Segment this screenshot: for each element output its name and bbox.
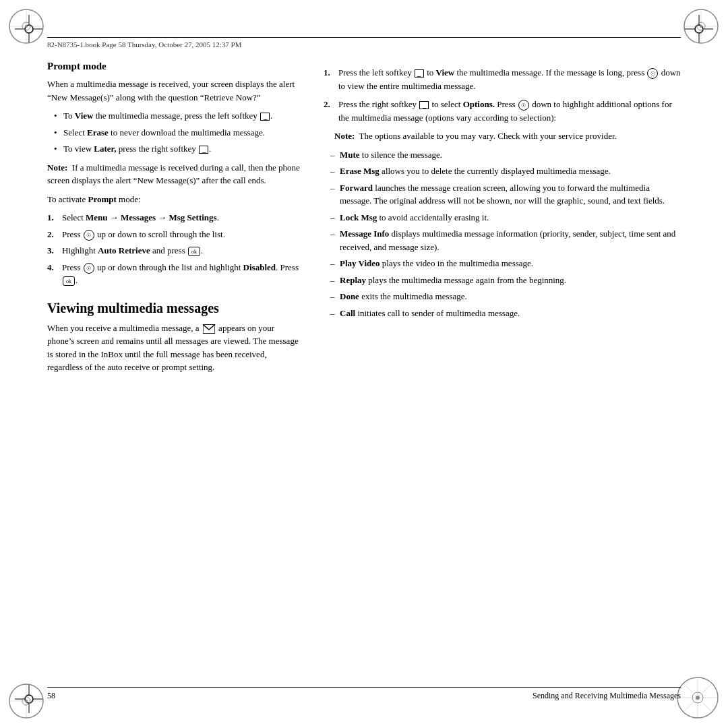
- option-call: Call initiates call to sender of multime…: [330, 307, 681, 320]
- left-softkey-icon-view: ⎯: [415, 69, 424, 78]
- step-3: 3. Highlight Auto Retrieve and press ok.: [47, 244, 303, 257]
- main-content: Prompt mode When a multimedia message is…: [47, 61, 681, 681]
- right-column-steps: 1. Press the left softkey ⎯ to View the …: [324, 66, 681, 124]
- corner-br-decoration: [676, 676, 720, 720]
- svg-point-20: [25, 25, 28, 28]
- prompt-mode-heading: Prompt mode: [47, 61, 303, 72]
- svg-point-15: [696, 696, 700, 700]
- viewing-messages-intro: When you receive a multimedia message, a…: [47, 322, 303, 374]
- nav-icon-down1: ☉: [647, 68, 658, 79]
- option-replay: Replay plays the multimedia message agai…: [330, 274, 681, 287]
- nav-icon-down2: ☉: [518, 100, 529, 111]
- prompt-mode-note: Note: If a multimedia message is receive…: [47, 161, 303, 187]
- right-note: Note: The options available to you may v…: [334, 129, 681, 143]
- activate-prompt-label: To activate Prompt mode:: [47, 193, 303, 206]
- ok-icon-step4: ok: [63, 276, 75, 286]
- footer-section-title: Sending and Receiving Multimedia Message…: [533, 691, 681, 701]
- viewing-messages-section: Viewing multimedia messages When you rec…: [47, 301, 303, 374]
- right-step-2: 2. Press the right softkey ⎯ to select O…: [324, 98, 681, 124]
- bullet-item-view: To View the multimedia message, press th…: [54, 109, 303, 123]
- right-softkey-icon-options: ⎯: [419, 101, 429, 109]
- right-column: 1. Press the left softkey ⎯ to View the …: [324, 61, 681, 681]
- bullet-item-later: To view Later, press the right softkey ⎯…: [54, 142, 303, 156]
- option-erase-msg: Erase Msg allows you to delete the curre…: [330, 164, 681, 178]
- option-message-info: Message Info displays multimedia message…: [330, 227, 681, 253]
- step-2: 2. Press ☉ up or down to scroll through …: [47, 228, 303, 241]
- option-play-video: Play Video plays the video in the multim…: [330, 257, 681, 270]
- viewing-messages-heading: Viewing multimedia messages: [47, 301, 303, 316]
- header-bar: 82-N8735-1.book Page 58 Thursday, Octobe…: [47, 37, 681, 49]
- svg-point-30: [25, 700, 28, 702]
- step-1: 1. Select Menu → Messages → Msg Settings…: [47, 211, 303, 224]
- corner-bl-decoration: [8, 683, 45, 720]
- option-forward: Forward launches the message creation sc…: [330, 181, 681, 208]
- right-step-1: 1. Press the left softkey ⎯ to View the …: [324, 66, 681, 92]
- prompt-mode-section: Prompt mode When a multimedia message is…: [47, 61, 303, 287]
- header-text: 82-N8735-1.book Page 58 Thursday, Octobe…: [47, 40, 241, 49]
- bullet-item-erase: Select Erase to never download the multi…: [54, 126, 303, 140]
- left-softkey-icon: ⎯: [260, 113, 270, 121]
- option-mute: Mute to silence the message.: [330, 148, 681, 162]
- footer: 58 Sending and Receiving Multimedia Mess…: [47, 687, 681, 701]
- corner-tl-decoration: [8, 8, 45, 45]
- corner-tr-decoration: [683, 8, 720, 45]
- options-list: Mute to silence the message. Erase Msg a…: [330, 148, 681, 320]
- page-number: 58: [47, 691, 55, 701]
- right-softkey-icon-later: ⎯: [199, 146, 208, 154]
- option-lock-msg: Lock Msg to avoid accidentally erasing i…: [330, 211, 681, 224]
- option-done: Done exits the multimedia message.: [330, 290, 681, 303]
- left-column: Prompt mode When a multimedia message is…: [47, 61, 303, 681]
- prompt-mode-intro: When a multimedia message is received, y…: [47, 78, 303, 104]
- ok-icon-step3: ok: [188, 247, 200, 256]
- nav-icon-step2: ☉: [84, 230, 94, 241]
- nav-icon-step4: ☉: [84, 263, 94, 274]
- svg-point-25: [700, 25, 702, 28]
- step-4: 4. Press ☉ up or down through the list a…: [47, 261, 303, 287]
- prompt-mode-bullet-list: To View the multimedia message, press th…: [47, 109, 303, 156]
- prompt-mode-steps: 1. Select Menu → Messages → Msg Settings…: [47, 211, 303, 287]
- envelope-icon: [203, 324, 215, 334]
